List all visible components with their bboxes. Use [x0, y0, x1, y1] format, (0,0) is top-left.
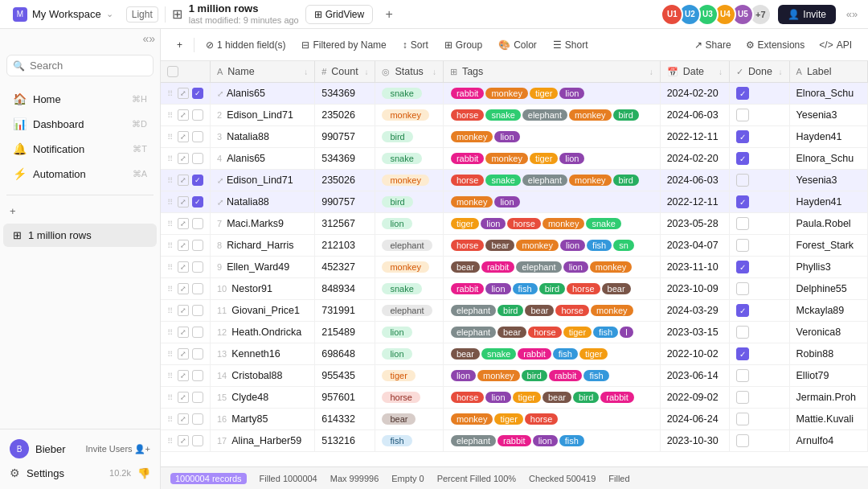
row-checkbox[interactable] — [192, 327, 203, 338]
row-expand-icon[interactable]: ⤢ — [178, 435, 189, 446]
row-expand-icon[interactable]: ⤢ — [178, 327, 189, 338]
row-drag-handle[interactable]: ⠿ — [167, 241, 173, 250]
add-view-button[interactable]: + — [379, 5, 399, 24]
done-checkbox[interactable]: ✓ — [736, 304, 749, 317]
invite-users-button[interactable]: Invite Users 👤+ — [85, 444, 150, 454]
row-checkbox[interactable]: ✓ — [192, 88, 203, 99]
row-expand-icon[interactable]: ⤢ — [178, 153, 189, 164]
row-checkbox[interactable] — [192, 413, 203, 425]
short-button[interactable]: ☰ Short — [547, 36, 595, 54]
done-checkbox[interactable] — [736, 413, 749, 425]
done-checkbox[interactable] — [736, 174, 749, 187]
done-checkbox[interactable]: ✓ — [736, 261, 749, 273]
row-expand-icon[interactable]: ⤢ — [178, 370, 189, 381]
expand-icon[interactable]: ⤢ — [217, 198, 223, 207]
date-col-sort[interactable]: ↓ — [719, 68, 723, 76]
extensions-button[interactable]: ⚙ Extensions — [739, 36, 812, 54]
row-drag-handle[interactable]: ⠿ — [167, 154, 173, 163]
row-checkbox[interactable]: ✓ — [192, 196, 203, 208]
row-checkbox[interactable] — [192, 109, 203, 121]
done-checkbox[interactable] — [736, 391, 749, 404]
invite-button[interactable]: 👤 Invite — [778, 5, 836, 24]
sidebar-toggle[interactable]: «» — [142, 32, 155, 45]
table-item-million-rows[interactable]: ⊞ 1 million rows — [3, 224, 157, 247]
collapse-right-button[interactable]: «» — [842, 5, 862, 24]
row-drag-handle[interactable]: ⠿ — [167, 198, 173, 207]
row-checkbox[interactable] — [192, 131, 203, 142]
row-checkbox[interactable] — [192, 370, 203, 381]
done-checkbox[interactable] — [736, 326, 749, 339]
done-col-sort[interactable]: ↓ — [779, 68, 783, 76]
expand-icon[interactable]: ⤢ — [217, 89, 223, 98]
share-button[interactable]: ↗ Share — [688, 36, 738, 54]
done-checkbox[interactable] — [736, 434, 749, 447]
row-drag-handle[interactable]: ⠿ — [167, 263, 173, 272]
row-expand-icon[interactable]: ⤢ — [178, 109, 189, 121]
row-drag-handle[interactable]: ⠿ — [167, 372, 173, 380]
thumbdown-icon[interactable]: 👎 — [137, 467, 150, 479]
add-row-button[interactable]: + — [170, 36, 189, 54]
sidebar-item-home[interactable]: 🏠 Home ⌘H — [3, 87, 157, 111]
done-checkbox[interactable] — [736, 109, 749, 121]
row-expand-icon[interactable]: ⤢ — [178, 175, 189, 186]
row-expand-icon[interactable]: ⤢ — [178, 240, 189, 251]
api-button[interactable]: </> API — [813, 36, 858, 54]
done-checkbox[interactable]: ✓ — [736, 347, 749, 360]
row-drag-handle[interactable]: ⠿ — [167, 285, 173, 294]
tags-col-sort[interactable]: ↓ — [649, 68, 653, 76]
row-checkbox[interactable]: ✓ — [192, 175, 203, 186]
row-checkbox[interactable] — [192, 435, 203, 446]
gridview-tab[interactable]: ⊞ GridView — [305, 5, 373, 24]
group-button[interactable]: ⊞ Group — [438, 36, 489, 54]
row-expand-icon[interactable]: ⤢ — [178, 392, 189, 403]
row-drag-handle[interactable]: ⠿ — [167, 350, 173, 359]
row-checkbox[interactable] — [192, 261, 203, 273]
done-checkbox[interactable] — [736, 282, 749, 295]
row-drag-handle[interactable]: ⠿ — [167, 306, 173, 315]
done-checkbox[interactable]: ✓ — [736, 130, 749, 143]
done-checkbox[interactable] — [736, 369, 749, 382]
done-checkbox[interactable] — [736, 217, 749, 230]
row-expand-icon[interactable]: ⤢ — [178, 413, 189, 425]
avatar-1[interactable]: U1 — [661, 3, 683, 26]
row-checkbox[interactable] — [192, 153, 203, 164]
row-expand-icon[interactable]: ⤢ — [178, 88, 189, 99]
header-checkbox[interactable] — [167, 66, 178, 77]
status-col-sort[interactable]: ↓ — [432, 68, 436, 76]
row-expand-icon[interactable]: ⤢ — [178, 305, 189, 316]
row-checkbox[interactable] — [192, 348, 203, 360]
done-checkbox[interactable]: ✓ — [736, 152, 749, 165]
row-drag-handle[interactable]: ⠿ — [167, 220, 173, 228]
search-input[interactable] — [6, 55, 154, 76]
row-checkbox[interactable] — [192, 218, 203, 229]
hidden-fields-button[interactable]: ⊘ 1 hidden field(s) — [199, 36, 292, 54]
row-drag-handle[interactable]: ⠿ — [167, 89, 173, 98]
row-expand-icon[interactable]: ⤢ — [178, 261, 189, 273]
row-drag-handle[interactable]: ⠿ — [167, 328, 173, 337]
row-checkbox[interactable] — [192, 392, 203, 403]
done-checkbox[interactable]: ✓ — [736, 87, 749, 100]
row-drag-handle[interactable]: ⠿ — [167, 393, 173, 402]
sidebar-item-dashboard[interactable]: 📊 Dashboard ⌘D — [3, 112, 157, 136]
done-checkbox[interactable]: ✓ — [736, 195, 749, 208]
row-expand-icon[interactable]: ⤢ — [178, 348, 189, 360]
row-checkbox[interactable] — [192, 240, 203, 251]
row-drag-handle[interactable]: ⠿ — [167, 437, 173, 446]
row-drag-handle[interactable]: ⠿ — [167, 415, 173, 424]
row-expand-icon[interactable]: ⤢ — [178, 131, 189, 142]
name-col-sort[interactable]: ↓ — [304, 68, 308, 76]
row-expand-icon[interactable]: ⤢ — [178, 283, 189, 294]
sort-button[interactable]: ↕ Sort — [396, 36, 435, 54]
row-drag-handle[interactable]: ⠿ — [167, 111, 173, 120]
count-col-sort[interactable]: ↓ — [364, 68, 368, 76]
add-table-button[interactable]: + — [0, 200, 160, 222]
filter-button[interactable]: ⊟ Filtered by Name — [295, 36, 392, 54]
row-expand-icon[interactable]: ⤢ — [178, 196, 189, 208]
workspace-button[interactable]: M My Workspace ⌄ — [6, 4, 120, 25]
sidebar-item-notification[interactable]: 🔔 Notification ⌘T — [3, 137, 157, 161]
sidebar-item-automation[interactable]: ⚡ Automation ⌘A — [3, 162, 157, 186]
row-drag-handle[interactable]: ⠿ — [167, 176, 173, 185]
color-button[interactable]: 🎨 Color — [492, 36, 543, 54]
theme-toggle[interactable]: Light — [126, 6, 158, 23]
row-checkbox[interactable] — [192, 305, 203, 316]
